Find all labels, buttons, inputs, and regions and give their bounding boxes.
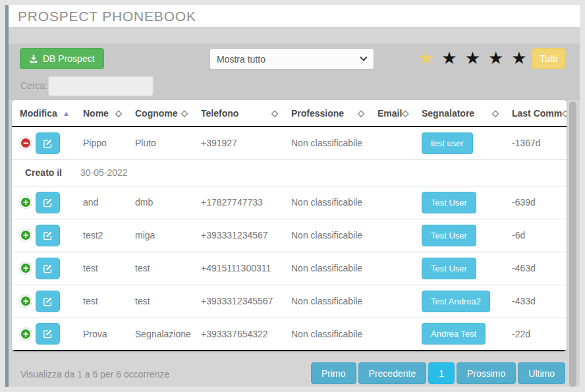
cell-nome: test <box>75 285 127 318</box>
pagination-1[interactable]: 1 <box>428 362 455 384</box>
pagination-prossimo[interactable]: Prossimo <box>457 362 516 384</box>
cell-telefono: +391927 <box>193 126 283 159</box>
edit-icon <box>43 296 53 306</box>
expand-row-icon[interactable]: + <box>20 295 32 307</box>
column-header-last-comm[interactable]: Last Comm◇ <box>504 100 567 126</box>
sort-unsorted-icon: ◇ <box>181 108 188 118</box>
cell-nome: and <box>75 186 127 219</box>
pagination-precedente[interactable]: Precedente <box>358 362 427 384</box>
star-icon-2[interactable]: ★ <box>441 47 457 69</box>
column-label: Telefono <box>201 108 238 119</box>
cell-email <box>370 186 414 219</box>
cell-cognome: Pluto <box>127 126 193 159</box>
download-icon <box>29 54 38 63</box>
pagination-primo[interactable]: Primo <box>311 362 356 384</box>
star-icon-3[interactable]: ★ <box>465 47 480 69</box>
table-row: +anddmb+17827747733Non classificabileTes… <box>12 186 567 219</box>
edit-icon <box>43 329 53 339</box>
cell-professione: Non classificabile <box>283 126 370 159</box>
star-icon-4[interactable]: ★ <box>488 47 503 69</box>
edit-row-button[interactable] <box>36 323 60 345</box>
table-header-row: Modifica▲Nome◇Cognome◇Telefono◇Professio… <box>12 100 567 126</box>
cell-cognome: Segnalazione <box>127 318 193 350</box>
prospect-table: Modifica▲Nome◇Cognome◇Telefono◇Professio… <box>12 100 567 351</box>
cell-nome: test <box>75 252 127 285</box>
column-label: Segnalatore <box>422 108 474 119</box>
group-row: Creato il30-05-2022 <box>12 159 567 186</box>
edit-row-button[interactable] <box>36 132 60 154</box>
db-prospect-button[interactable]: DB Prospect <box>20 48 104 69</box>
column-header-segnalatore[interactable]: Segnalatore◇ <box>414 100 504 126</box>
expand-row-icon[interactable]: + <box>20 229 32 241</box>
cell-professione: Non classificabile <box>283 186 370 219</box>
vertical-scrollbar[interactable] <box>569 101 576 387</box>
sort-unsorted-icon: ◇ <box>402 108 408 118</box>
cell-professione: Non classificabile <box>283 285 370 318</box>
db-prospect-label: DB Prospect <box>43 53 95 64</box>
column-label: Email <box>377 108 402 119</box>
search-input[interactable] <box>48 76 153 96</box>
search-label: Cerca: <box>20 80 47 91</box>
cell-nome: Prova <box>75 318 127 350</box>
cell-email <box>370 126 414 159</box>
filter-select[interactable]: Mostra tutto <box>209 48 374 70</box>
edit-icon <box>43 264 53 273</box>
tutti-button[interactable]: Tutti <box>532 48 565 69</box>
edit-icon <box>43 138 53 148</box>
cell-last-comm: -463d <box>504 252 567 285</box>
table-row: +testtest+3933312345567Non classificabil… <box>12 285 567 318</box>
column-header-professione[interactable]: Professione◇ <box>283 100 370 126</box>
column-header-modifica[interactable]: Modifica▲ <box>12 100 75 126</box>
cell-nome: test2 <box>75 219 127 252</box>
star-icon-1[interactable]: ★ <box>418 47 433 69</box>
table-row: +ProvaSegnalazione+393337654322Non class… <box>12 318 567 350</box>
scrollbar-thumb[interactable] <box>569 101 576 387</box>
expand-row-icon[interactable]: + <box>20 196 32 208</box>
column-header-telefono[interactable]: Telefono◇ <box>193 100 283 126</box>
edit-row-button[interactable] <box>36 258 60 279</box>
table-footer: Visualizza da 1 a 6 per 6 occorrenze Pri… <box>9 359 580 389</box>
cell-email <box>370 285 414 318</box>
segnalatore-button[interactable]: Test Andrea2 <box>422 291 490 312</box>
edit-row-button[interactable] <box>36 291 60 312</box>
prospect-table-card: Modifica▲Nome◇Cognome◇Telefono◇Professio… <box>12 100 567 351</box>
cell-last-comm: -6d <box>504 219 567 252</box>
table-row: +test2miga+393331234567Non classificabil… <box>12 219 567 252</box>
segnalatore-button[interactable]: Test User <box>422 258 476 279</box>
app-window: PROSPECT PHONEBOOK DB Prospect Mostra tu… <box>0 0 585 392</box>
cell-last-comm: -433d <box>504 285 567 318</box>
star-icon-5[interactable]: ★ <box>511 47 526 69</box>
segnalatore-button[interactable]: Andrea Test <box>422 323 486 345</box>
segnalatore-button[interactable]: Test User <box>422 225 476 246</box>
column-header-nome[interactable]: Nome◇ <box>75 100 127 126</box>
collapse-row-icon[interactable]: − <box>20 137 32 149</box>
filter-select-wrap: Mostra tutto <box>209 48 374 70</box>
toolbar: DB Prospect Mostra tutto ★★★★★ Tutti <box>9 43 580 74</box>
expand-row-icon[interactable]: + <box>20 328 32 340</box>
column-header-cognome[interactable]: Cognome◇ <box>127 100 193 126</box>
group-row-date: 30-05-2022 <box>80 167 128 178</box>
edit-icon <box>43 231 53 240</box>
group-row-label: Creato il <box>20 167 62 178</box>
segnalatore-button[interactable]: test user <box>422 132 473 154</box>
cell-telefono: +393337654322 <box>193 318 283 350</box>
column-label: Nome <box>83 108 109 119</box>
column-label: Professione <box>291 108 344 119</box>
cell-email <box>370 219 414 252</box>
cell-last-comm: -639d <box>504 186 567 219</box>
cell-cognome: miga <box>127 219 193 252</box>
pagination-ultimo[interactable]: Ultimo <box>518 362 565 384</box>
cell-last-comm: -22d <box>504 318 567 350</box>
edit-icon <box>43 198 53 208</box>
segnalatore-button[interactable]: Test User <box>422 192 476 213</box>
cell-last-comm: -1367d <box>504 126 567 159</box>
sort-asc-icon: ▲ <box>63 109 70 117</box>
column-header-email[interactable]: Email◇ <box>370 100 414 126</box>
sort-unsorted-icon: ◇ <box>562 108 567 118</box>
edit-row-button[interactable] <box>36 192 60 213</box>
edit-row-button[interactable] <box>36 225 60 246</box>
filter-panel: DB Prospect Mostra tutto ★★★★★ Tutti Cer… <box>9 43 580 100</box>
column-label: Modifica <box>20 108 57 119</box>
cell-professione: Non classificabile <box>283 252 370 285</box>
expand-row-icon[interactable]: + <box>20 262 32 274</box>
